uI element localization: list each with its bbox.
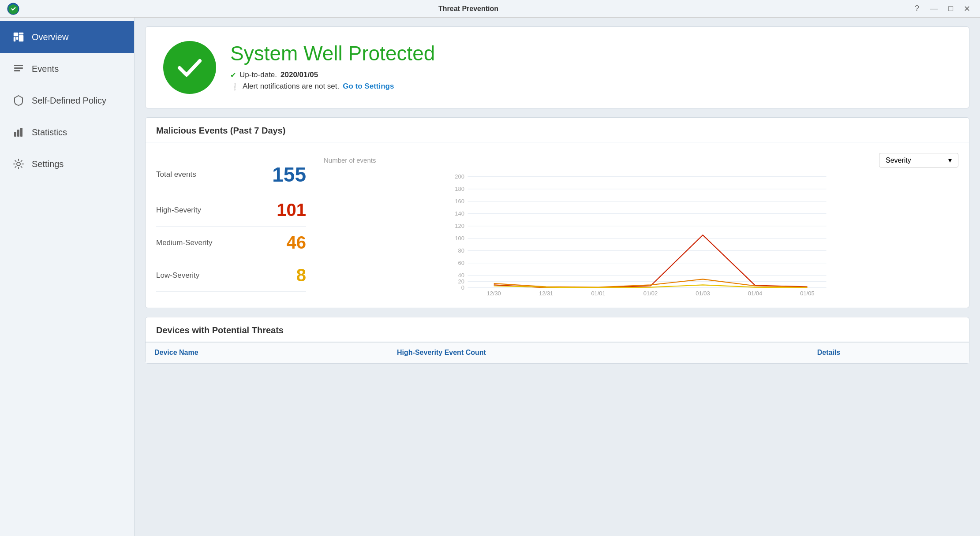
- svg-text:01/01: 01/01: [591, 290, 605, 295]
- devices-table-header-row: Device Name High-Severity Event Count De…: [146, 342, 969, 363]
- high-severity-count-column-header: High-Severity Event Count: [388, 342, 808, 363]
- alert-text: Alert notifications are not set.: [243, 82, 339, 91]
- medium-severity-row: Medium-Severity 46: [156, 227, 306, 259]
- low-severity-label: Low-Severity: [156, 271, 199, 280]
- chart-container: Number of events Severity ▾ 200 180 160: [324, 153, 958, 297]
- svg-text:180: 180: [455, 186, 464, 192]
- svg-point-12: [17, 162, 20, 166]
- statistics-icon: [12, 126, 25, 138]
- status-card: System Well Protected ✔ Up-to-date. 2020…: [145, 26, 969, 108]
- go-to-settings-link[interactable]: Go to Settings: [343, 82, 394, 91]
- sidebar-item-settings[interactable]: Settings: [0, 148, 134, 180]
- svg-rect-5: [19, 35, 23, 41]
- sidebar-item-policy[interactable]: Self-Defined Policy: [0, 85, 134, 116]
- app-icon: [7, 3, 19, 15]
- low-severity-value: 8: [296, 265, 306, 285]
- svg-text:01/03: 01/03: [696, 290, 710, 295]
- alert-line: ❕ Alert notifications are not set. Go to…: [230, 82, 435, 91]
- events-chart: 200 180 160 140 120 100 80 60 40 20 0: [324, 172, 958, 295]
- sidebar-item-events-label: Events: [32, 64, 59, 74]
- high-severity-label: High-Severity: [156, 206, 201, 215]
- total-events-row: Total events 155: [156, 156, 306, 192]
- sidebar-item-statistics[interactable]: Statistics: [0, 116, 134, 148]
- sidebar-item-policy-label: Self-Defined Policy: [32, 96, 106, 106]
- svg-rect-6: [14, 65, 23, 66]
- svg-text:140: 140: [455, 210, 464, 217]
- medium-severity-value: 46: [287, 233, 307, 253]
- svg-rect-8: [14, 70, 20, 71]
- warning-icon: ❕: [230, 82, 239, 91]
- window-controls[interactable]: ? — □ ✕: [912, 3, 973, 15]
- device-name-column-header: Device Name: [146, 342, 388, 363]
- svg-rect-11: [20, 128, 22, 137]
- sidebar-item-settings-label: Settings: [32, 159, 64, 169]
- sidebar-item-overview-label: Overview: [32, 32, 68, 42]
- svg-rect-3: [16, 37, 18, 40]
- sidebar-item-events[interactable]: Events: [0, 53, 134, 85]
- status-info: System Well Protected ✔ Up-to-date. 2020…: [230, 41, 435, 93]
- svg-rect-7: [14, 67, 23, 69]
- svg-text:12/31: 12/31: [539, 290, 553, 295]
- svg-text:01/02: 01/02: [643, 290, 658, 295]
- main-layout: Overview Events Self-Defined Policy: [0, 18, 980, 536]
- svg-text:01/04: 01/04: [748, 290, 762, 295]
- svg-rect-9: [14, 132, 16, 137]
- maximize-button[interactable]: □: [946, 3, 956, 14]
- svg-text:20: 20: [458, 278, 464, 285]
- policy-icon: [12, 94, 25, 107]
- devices-card: Devices with Potential Threats Device Na…: [145, 317, 969, 364]
- svg-text:160: 160: [455, 198, 464, 205]
- window-title: Threat Prevention: [25, 5, 912, 13]
- svg-text:100: 100: [455, 235, 464, 242]
- malicious-events-card: Malicious Events (Past 7 Days) Total eve…: [145, 117, 969, 308]
- high-severity-value: 101: [277, 200, 306, 220]
- low-severity-row: Low-Severity 8: [156, 259, 306, 292]
- uptodate-date: 2020/01/05: [281, 71, 318, 79]
- svg-text:12/30: 12/30: [486, 290, 501, 295]
- svg-text:80: 80: [458, 247, 464, 254]
- chart-wrapper: 200 180 160 140 120 100 80 60 40 20 0: [324, 172, 958, 297]
- details-column-header: Details: [808, 342, 969, 363]
- devices-table: Device Name High-Severity Event Count De…: [146, 342, 969, 363]
- severity-dropdown-value: Severity: [886, 156, 911, 164]
- chart-y-label: Number of events: [324, 156, 376, 164]
- svg-rect-10: [17, 130, 19, 137]
- svg-text:120: 120: [455, 223, 464, 229]
- svg-text:60: 60: [458, 260, 464, 266]
- close-button[interactable]: ✕: [961, 3, 973, 15]
- svg-rect-4: [19, 33, 23, 34]
- sidebar-item-overview[interactable]: Overview: [0, 21, 134, 53]
- total-events-value: 155: [272, 163, 306, 186]
- overview-icon: [12, 31, 25, 43]
- svg-text:40: 40: [458, 272, 464, 279]
- check-icon: ✔: [230, 71, 236, 79]
- help-button[interactable]: ?: [912, 3, 922, 14]
- status-checkmark-icon: [163, 41, 216, 94]
- chart-header: Number of events Severity ▾: [324, 153, 958, 168]
- devices-header: Devices with Potential Threats: [146, 317, 969, 342]
- settings-icon: [12, 158, 25, 170]
- svg-rect-2: [14, 37, 15, 41]
- minimize-button[interactable]: —: [927, 3, 940, 14]
- high-severity-row: High-Severity 101: [156, 194, 306, 227]
- sidebar: Overview Events Self-Defined Policy: [0, 18, 135, 536]
- svg-text:0: 0: [461, 284, 464, 291]
- event-stats: Total events 155 High-Severity 101 Mediu…: [156, 153, 306, 297]
- malicious-events-header: Malicious Events (Past 7 Days): [146, 118, 969, 142]
- status-title: System Well Protected: [230, 41, 435, 65]
- events-icon: [12, 63, 25, 75]
- total-events-label: Total events: [156, 170, 196, 179]
- malicious-events-body: Total events 155 High-Severity 101 Mediu…: [146, 142, 969, 308]
- uptodate-label: Up-to-date.: [239, 71, 277, 79]
- svg-rect-1: [14, 33, 18, 36]
- app-logo: [7, 3, 25, 15]
- chevron-down-icon: ▾: [948, 156, 952, 164]
- titlebar: Threat Prevention ? — □ ✕: [0, 0, 980, 18]
- content-area: System Well Protected ✔ Up-to-date. 2020…: [135, 18, 980, 536]
- svg-text:200: 200: [455, 173, 464, 180]
- medium-severity-label: Medium-Severity: [156, 238, 213, 247]
- sidebar-item-statistics-label: Statistics: [32, 127, 67, 138]
- svg-text:01/05: 01/05: [800, 290, 814, 295]
- severity-dropdown[interactable]: Severity ▾: [879, 153, 958, 168]
- uptodate-line: ✔ Up-to-date. 2020/01/05: [230, 71, 435, 79]
